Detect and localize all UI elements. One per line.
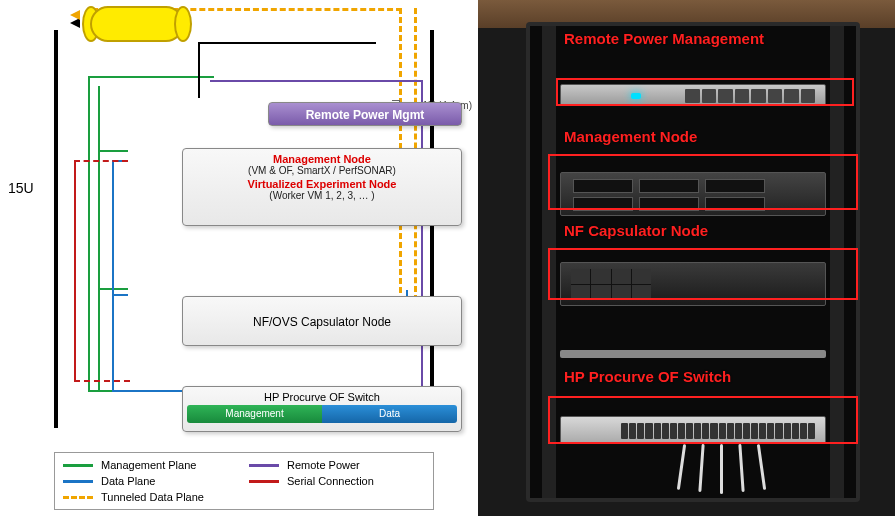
virtualized-node-sub: (Worker VM 1, 2, 3, … ) bbox=[187, 190, 457, 201]
switch-device bbox=[560, 416, 826, 444]
photo-label-cap: NF Capsulator Node bbox=[564, 222, 708, 239]
server-capsulator-device bbox=[560, 262, 826, 306]
legend: Management Plane Remote Power Data Plane… bbox=[54, 452, 434, 510]
rack-photo: Remote Power Management Management Node … bbox=[478, 0, 895, 516]
legend-label: Data Plane bbox=[101, 475, 155, 487]
legend-swatch-orange-dashed bbox=[63, 496, 93, 499]
virtualized-node-title: Virtualized Experiment Node bbox=[187, 178, 457, 190]
legend-label: Tunneled Data Plane bbox=[101, 491, 204, 503]
legend-swatch-green bbox=[63, 464, 93, 467]
legend-mgmt-plane: Management Plane bbox=[63, 459, 239, 471]
legend-data-plane: Data Plane bbox=[63, 475, 239, 487]
internet-cylinder bbox=[90, 6, 184, 42]
capsulator-node-box: NF/OVS Capsulator Node bbox=[182, 296, 462, 346]
remote-power-mgmt-box: Remote Power Mgmt bbox=[268, 102, 462, 126]
patch-cables bbox=[670, 444, 780, 494]
mgmt-node-title: Management Node bbox=[187, 153, 457, 165]
rack-enclosure bbox=[526, 22, 860, 502]
rack-outline: 1U (4.4cm) Remote Power Mgmt Management … bbox=[54, 30, 434, 428]
management-node-box: Management Node (VM & OF, SmartX / PerfS… bbox=[182, 148, 462, 226]
legend-remote-power: Remote Power bbox=[249, 459, 425, 471]
legend-swatch-blue bbox=[63, 480, 93, 483]
switch-mgmt-segment: Management bbox=[187, 405, 322, 423]
legend-swatch-red bbox=[249, 480, 279, 483]
mgmt-node-sub1: (VM & OF, SmartX / PerfSONAR) bbox=[187, 165, 457, 176]
of-switch-box: HP Procurve OF Switch Management Data bbox=[182, 386, 462, 432]
photo-label-sw: HP Procurve OF Switch bbox=[564, 368, 731, 385]
legend-serial: Serial Connection bbox=[249, 475, 425, 487]
rack-height-label: 15U bbox=[8, 180, 34, 196]
legend-label: Remote Power bbox=[287, 459, 360, 471]
rack-shelf bbox=[560, 350, 826, 358]
legend-label: Management Plane bbox=[101, 459, 196, 471]
legend-label: Serial Connection bbox=[287, 475, 374, 487]
legend-swatch-purple bbox=[249, 464, 279, 467]
server-mgmt-device bbox=[560, 172, 826, 216]
figure-container: 15U bbox=[0, 0, 895, 516]
internet-cylinder-cap bbox=[174, 6, 192, 42]
photo-panel: Remote Power Management Management Node … bbox=[478, 0, 895, 516]
switch-title: HP Procurve OF Switch bbox=[187, 391, 457, 403]
switch-data-segment: Data bbox=[322, 405, 457, 423]
schematic-panel: 15U bbox=[0, 0, 478, 516]
pdu-device bbox=[560, 84, 826, 106]
photo-label-mgmt: Management Node bbox=[564, 128, 697, 145]
photo-label-rpm: Remote Power Management bbox=[564, 30, 764, 47]
legend-tunneled: Tunneled Data Plane bbox=[63, 491, 239, 503]
